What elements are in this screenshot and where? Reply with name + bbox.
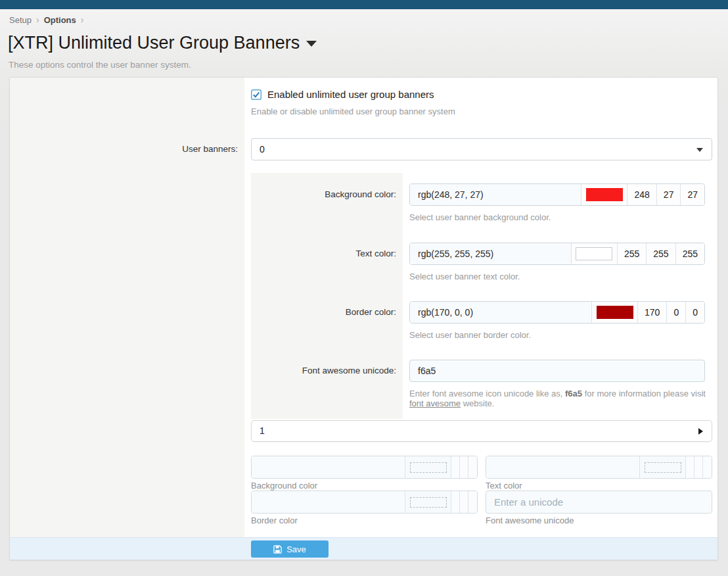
text-color-input[interactable]: rgb(255, 255, 255) [410, 243, 572, 264]
new-background-color-group [251, 456, 478, 479]
user-banners-selected-value: 0 [260, 144, 265, 155]
font-awesome-link[interactable]: font avesome [409, 398, 461, 408]
text-color-b[interactable]: 255 [676, 243, 704, 264]
hint-code: f6a5 [565, 389, 582, 398]
breadcrumb-separator-icon: › [81, 14, 84, 25]
banner-1-toggle[interactable]: 1 [251, 420, 712, 442]
border-color-g[interactable]: 0 [667, 302, 686, 323]
new-border-color-input[interactable] [252, 491, 405, 513]
save-bar: Save [10, 537, 717, 560]
text-color-group: rgb(255, 255, 255) 255 255 255 [409, 243, 705, 265]
new-background-color-label: Background color [251, 481, 478, 491]
font-awesome-unicode-input[interactable]: f6a5 [409, 360, 705, 382]
background-color-hint: Select user banner background color. [409, 212, 712, 222]
hint-text: Enter font avesome icon unicode like as, [409, 389, 565, 398]
enabled-hint: Enable or disable unlimited user group b… [251, 107, 712, 116]
top-bar [0, 0, 728, 9]
banner-1-toggle-label: 1 [260, 425, 265, 436]
page-title-text: [XTR] Unlimited User Group Banners [8, 33, 300, 53]
enabled-row: Enabled unlimited user group banners Ena… [251, 89, 712, 116]
breadcrumb: Setup›Options› [9, 14, 88, 25]
background-color-r[interactable]: 248 [627, 184, 656, 205]
background-color-group: rgb(248, 27, 27) 248 27 27 [409, 183, 705, 206]
new-background-color-g[interactable] [460, 456, 468, 478]
color-swatch [576, 247, 612, 260]
new-text-color-field: Text color [486, 456, 712, 491]
text-color-label: Text color: [251, 243, 396, 265]
new-text-color-g[interactable] [694, 456, 703, 478]
hint-text: website. [461, 398, 494, 408]
chevron-right-icon [698, 428, 703, 435]
new-background-color-b[interactable] [468, 456, 477, 478]
text-color-g[interactable]: 255 [647, 243, 675, 264]
new-background-color-field: Background color [251, 456, 478, 491]
background-color-b[interactable]: 27 [681, 184, 704, 205]
background-color-input[interactable]: rgb(248, 27, 27) [410, 184, 581, 205]
new-border-color-g[interactable] [460, 491, 468, 513]
text-color-hint: Select user banner text color. [409, 272, 712, 281]
border-color-label: Border color: [251, 301, 396, 324]
user-banners-label: User banners: [10, 138, 238, 160]
breadcrumb-separator-icon: › [36, 14, 39, 25]
new-border-color-b[interactable] [468, 491, 477, 513]
breadcrumb-options[interactable]: Options [44, 15, 76, 25]
new-border-color-swatch[interactable] [405, 491, 451, 513]
new-border-color-field: Border color [251, 491, 478, 525]
empty-swatch [410, 462, 447, 473]
color-swatch [586, 188, 623, 201]
new-border-color-label: Border color [251, 516, 478, 525]
title-menu-caret-icon[interactable] [306, 41, 317, 47]
background-color-label: Background color: [251, 183, 396, 206]
border-color-group: rgb(170, 0, 0) 170 0 0 [409, 301, 705, 324]
text-color-swatch[interactable] [572, 243, 618, 264]
border-color-hint: Select user banner border color. [409, 330, 712, 340]
enabled-checkbox[interactable] [251, 89, 262, 100]
new-text-color-b[interactable] [703, 456, 712, 478]
border-color-swatch[interactable] [592, 302, 638, 323]
page-subtitle: These options control the user banner sy… [9, 60, 191, 70]
new-banner-form: Background color Text color [251, 456, 712, 525]
border-color-b[interactable]: 0 [686, 302, 704, 323]
empty-swatch [410, 497, 447, 508]
background-color-swatch[interactable] [581, 184, 627, 205]
color-swatch [597, 306, 633, 319]
new-border-color-group [251, 491, 478, 514]
enabled-label[interactable]: Enabled unlimited user group banners [267, 89, 434, 100]
new-text-color-group [486, 456, 712, 479]
user-banners-select[interactable]: 0 [251, 138, 712, 160]
options-panel: Enabled unlimited user group banners Ena… [9, 77, 718, 560]
background-color-g[interactable]: 27 [657, 184, 681, 205]
empty-swatch [645, 462, 681, 473]
new-background-color-r[interactable] [451, 456, 460, 478]
text-color-r[interactable]: 255 [618, 243, 647, 264]
new-border-color-r[interactable] [451, 491, 460, 513]
page-title: [XTR] Unlimited User Group Banners [8, 33, 317, 53]
font-awesome-unicode-hint: Enter font avesome icon unicode like as,… [409, 389, 712, 408]
checkbox-checked-icon [251, 89, 262, 100]
breadcrumb-setup[interactable]: Setup [9, 15, 32, 25]
border-color-r[interactable]: 170 [638, 302, 667, 323]
banner-0-editor: Background color: rgb(248, 27, 27) 248 2… [251, 173, 712, 419]
page: Setup›Options› [XTR] Unlimited User Grou… [0, 0, 728, 576]
new-background-color-swatch[interactable] [405, 456, 451, 478]
save-button-label: Save [286, 544, 306, 554]
new-background-color-input[interactable] [252, 456, 405, 478]
font-awesome-unicode-label: Font awesome unicode: [251, 360, 396, 382]
new-text-color-label: Text color [486, 481, 712, 491]
new-unicode-field: Font awesome unicode [486, 491, 712, 525]
chevron-down-icon [696, 148, 703, 152]
new-text-color-r[interactable] [686, 456, 694, 478]
hint-text: for more information please visit [582, 389, 706, 398]
new-unicode-input[interactable] [486, 491, 712, 514]
save-button[interactable]: Save [251, 540, 329, 558]
new-text-color-input[interactable] [486, 456, 640, 478]
new-text-color-swatch[interactable] [640, 456, 686, 478]
floppy-disk-icon [273, 545, 282, 554]
border-color-input[interactable]: rgb(170, 0, 0) [410, 302, 592, 323]
new-unicode-label: Font awesome unicode [486, 516, 712, 525]
